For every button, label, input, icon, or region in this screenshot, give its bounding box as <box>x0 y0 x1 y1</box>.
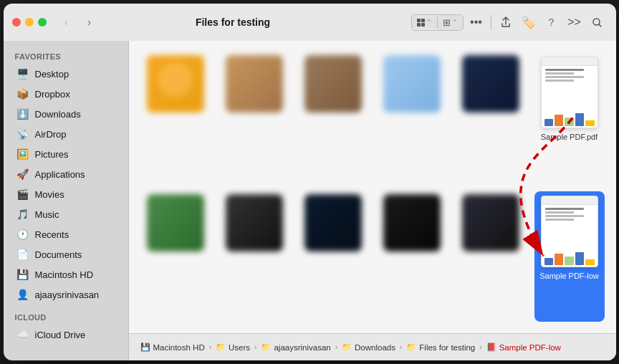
more-options-button[interactable]: >> <box>565 12 585 32</box>
file-item[interactable] <box>298 191 368 322</box>
sidebar-label: ajaaysrinivasan <box>35 289 100 300</box>
airdrop-icon: 📡 <box>16 128 29 140</box>
help-button[interactable]: ? <box>542 12 562 32</box>
file-item[interactable] <box>456 52 526 183</box>
pdf-header <box>542 57 598 66</box>
movies-icon: 🎬 <box>16 188 29 201</box>
list-view-button[interactable]: ⊞ ⌃ <box>438 15 463 30</box>
breadcrumb-separator: › <box>400 343 402 351</box>
content-area: Favorites 🖥️ Desktop 📦 Dropbox ⬇️ Downlo… <box>4 41 616 360</box>
titlebar: ‹ › Files for testing ⌃ <box>4 4 616 41</box>
sidebar-item-recents[interactable]: 🕐 Recents <box>8 225 124 244</box>
close-button[interactable] <box>12 18 21 27</box>
search-button[interactable] <box>587 12 608 32</box>
breadcrumb-macintosh-hd[interactable]: 💾 Macintosh HD <box>140 343 205 353</box>
breadcrumb-label: Macintosh HD <box>153 343 205 352</box>
file-item[interactable] <box>140 191 211 322</box>
file-item[interactable] <box>219 52 289 183</box>
file-name-2: Sample PDF-low <box>539 272 599 280</box>
view-toggle[interactable]: ⌃ ⊞ ⌃ <box>411 14 464 31</box>
window-title: Files for testing <box>61 16 406 28</box>
desktop-icon: 🖥️ <box>16 67 29 80</box>
sidebar-item-icloud-drive[interactable]: ☁️ iCloud Drive <box>8 325 124 344</box>
sidebar-label: Documents <box>35 249 82 260</box>
breadcrumb-label: Sample PDF-low <box>499 343 561 352</box>
finder-window: ‹ › Files for testing ⌃ <box>4 4 616 360</box>
folder-icon: 📁 <box>406 343 416 353</box>
sidebar-label: Downloads <box>35 109 81 120</box>
pdf-item-2[interactable]: Sample PDF-low <box>534 191 605 322</box>
traffic-lights <box>12 18 47 27</box>
breadcrumb-label: Downloads <box>355 343 395 352</box>
pdf-thumbnail-2 <box>541 196 598 267</box>
statusbar: 💾 Macintosh HD › 📁 Users › 📁 ajaaysriniv… <box>129 333 616 360</box>
sidebar-label: iCloud Drive <box>35 330 86 340</box>
documents-icon: 📄 <box>16 248 29 261</box>
sidebar-item-dropbox[interactable]: 📦 Dropbox <box>8 85 124 103</box>
breadcrumb-separator: › <box>335 343 337 351</box>
maximize-button[interactable] <box>38 18 47 27</box>
breadcrumb-separator: › <box>479 343 481 351</box>
sidebar-label: Music <box>35 209 59 220</box>
sidebar-item-movies[interactable]: 🎬 Movies <box>8 185 124 203</box>
sidebar-item-pictures[interactable]: 🖼️ Pictures <box>8 145 124 163</box>
folder-icon: 📁 <box>216 343 226 353</box>
pdf-header <box>542 196 598 205</box>
sidebar-label: Dropbox <box>35 89 70 100</box>
breadcrumb-ajaaysrinivasan[interactable]: 📁 ajaaysrinivasan <box>261 343 330 353</box>
breadcrumb-users[interactable]: 📁 Users <box>216 343 250 353</box>
sidebar-item-documents[interactable]: 📄 Documents <box>8 245 124 264</box>
breadcrumb-label: Users <box>229 343 250 352</box>
breadcrumb-label: Files for testing <box>419 343 475 352</box>
folder-icon: 📁 <box>342 343 352 353</box>
file-name-1: Sample PDF.pdf <box>541 133 598 141</box>
sidebar-item-desktop[interactable]: 🖥️ Desktop <box>8 64 124 83</box>
more-button[interactable]: ••• <box>466 12 486 32</box>
sidebar-label: Desktop <box>35 69 69 80</box>
breadcrumb-sample-pdf-low[interactable]: 📕 Sample PDF-low <box>486 343 561 353</box>
toolbar-right: ⌃ ⊞ ⌃ ••• 🏷️ ? >> <box>411 12 608 32</box>
sidebar-item-airdrop[interactable]: 📡 AirDrop <box>8 125 124 143</box>
applications-icon: 🚀 <box>16 168 29 181</box>
icloud-drive-icon: ☁️ <box>16 328 29 341</box>
file-item[interactable] <box>377 52 447 183</box>
sidebar-label: Pictures <box>35 149 69 160</box>
sidebar-label: Macintosh HD <box>35 269 94 280</box>
sidebar-item-downloads[interactable]: ⬇️ Downloads <box>8 105 124 123</box>
sidebar-label: Movies <box>35 189 64 200</box>
file-area: Sample PDF.pdf <box>129 41 616 360</box>
recents-icon: 🕐 <box>16 228 29 241</box>
sidebar-item-user[interactable]: 👤 ajaaysrinivasan <box>8 285 124 304</box>
pdf-content <box>542 205 598 249</box>
macintosh-hd-icon: 💾 <box>16 268 29 281</box>
pictures-icon: 🖼️ <box>16 148 29 161</box>
minimize-button[interactable] <box>25 18 34 27</box>
icon-view-button[interactable]: ⌃ <box>412 16 438 29</box>
macintosh-hd-icon: 💾 <box>140 343 150 353</box>
tag-button[interactable]: 🏷️ <box>519 12 539 32</box>
file-item[interactable] <box>377 191 447 322</box>
pdf-icon: 📕 <box>486 343 496 353</box>
file-grid: Sample PDF.pdf <box>129 41 616 333</box>
file-item[interactable] <box>456 191 526 322</box>
breadcrumb-label: ajaaysrinivasan <box>274 343 330 352</box>
file-item[interactable] <box>298 52 368 183</box>
breadcrumb-downloads[interactable]: 📁 Downloads <box>342 343 395 353</box>
sidebar-label: AirDrop <box>35 129 67 140</box>
dropbox-icon: 📦 <box>16 87 29 100</box>
pdf-thumbnail-1 <box>541 57 598 128</box>
pdf-item-1[interactable]: Sample PDF.pdf <box>534 52 605 183</box>
pdf-chart <box>544 112 595 126</box>
sidebar-item-music[interactable]: 🎵 Music <box>8 205 124 224</box>
share-button[interactable] <box>496 12 516 32</box>
breadcrumb-files-for-testing[interactable]: 📁 Files for testing <box>406 343 475 353</box>
user-icon: 👤 <box>16 288 29 301</box>
file-item[interactable] <box>219 191 289 322</box>
favorites-label: Favorites <box>4 49 128 64</box>
sidebar-item-macintosh-hd[interactable]: 💾 Macintosh HD <box>8 265 124 284</box>
pdf-content <box>542 66 598 110</box>
icloud-label: iCloud <box>4 310 128 325</box>
file-item[interactable] <box>140 52 211 183</box>
downloads-icon: ⬇️ <box>16 107 29 120</box>
sidebar-item-applications[interactable]: 🚀 Applications <box>8 165 124 183</box>
